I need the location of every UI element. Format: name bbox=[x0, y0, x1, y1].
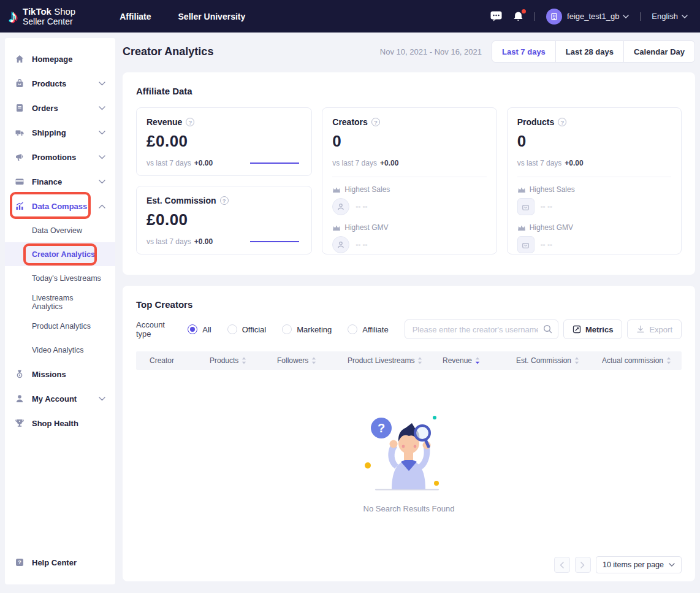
sidebar-subitem-livestreams-analytics[interactable]: Livestreams Analytics bbox=[5, 290, 115, 314]
prev-page-button[interactable] bbox=[554, 557, 570, 573]
sidebar-item-finance[interactable]: Finance bbox=[5, 169, 115, 194]
last-28-days-button[interactable]: Last 28 days bbox=[555, 40, 624, 63]
megaphone-icon bbox=[15, 152, 25, 162]
creators-delta: +0.00 bbox=[380, 159, 398, 167]
column-est-commission[interactable]: Est. Commission bbox=[503, 356, 588, 365]
est-commission-sparkline bbox=[250, 241, 299, 242]
card-icon bbox=[15, 177, 25, 186]
notification-dot bbox=[522, 9, 526, 13]
search-icon[interactable] bbox=[543, 324, 552, 336]
top-creators-title: Top Creators bbox=[136, 299, 682, 310]
column-creator: Creator bbox=[136, 356, 196, 365]
chevron-down-icon bbox=[682, 15, 688, 18]
account-type-radio-all[interactable]: All bbox=[188, 324, 211, 334]
sidebar-subitem-product-analytics[interactable]: Product Analytics bbox=[5, 314, 115, 338]
creators-table-header: Creator Products Followers Product Lives… bbox=[136, 351, 682, 370]
person-icon bbox=[337, 202, 345, 211]
tiktok-shop-logo[interactable]: ♪ TikTok Shop Seller Center bbox=[9, 6, 75, 26]
tiktok-note-icon: ♪ bbox=[9, 7, 18, 26]
creators-help-icon[interactable]: ? bbox=[371, 118, 380, 126]
chevron-left-icon bbox=[560, 562, 564, 568]
sidebar-subitem-creator-analytics[interactable]: Creator Analytics bbox=[5, 242, 115, 266]
affiliate-data-title: Affiliate Data bbox=[136, 86, 682, 96]
sidebar-item-data-compass[interactable]: Data Compass bbox=[5, 194, 115, 218]
account-menu[interactable]: feige_test1_gb bbox=[546, 9, 629, 25]
products-delta: +0.00 bbox=[565, 159, 583, 167]
est-commission-label: Est. Commission bbox=[146, 196, 216, 205]
creator-search-input[interactable] bbox=[405, 319, 558, 339]
sidebar-item-missions[interactable]: Missions bbox=[5, 362, 115, 386]
trophy-icon bbox=[15, 418, 25, 428]
sidebar-item-products[interactable]: Products bbox=[5, 71, 115, 96]
account-type-label: Account type bbox=[136, 320, 177, 339]
sidebar-item-shop-health[interactable]: Shop Health bbox=[5, 411, 115, 435]
creators-label: Creators bbox=[332, 117, 368, 127]
empty-state-text: No Search Results Found bbox=[363, 504, 455, 513]
crown-icon bbox=[517, 224, 526, 231]
revenue-delta: +0.00 bbox=[194, 159, 213, 167]
account-type-radio-marketing[interactable]: Marketing bbox=[282, 324, 332, 334]
items-per-page-dropdown[interactable]: 10 items per page bbox=[596, 556, 682, 573]
edit-icon bbox=[573, 325, 581, 334]
messages-icon[interactable] bbox=[490, 11, 502, 21]
metrics-button[interactable]: Metrics bbox=[563, 319, 623, 339]
next-page-button[interactable] bbox=[575, 557, 591, 573]
last-7-days-button[interactable]: Last 7 days bbox=[492, 40, 556, 63]
help-icon: ? bbox=[15, 557, 25, 567]
column-followers[interactable]: Followers bbox=[264, 356, 334, 365]
sidebar-item-promotions[interactable]: Promotions bbox=[5, 145, 115, 169]
revenue-card: Revenue? £0.00 vs last 7 days +0.00 bbox=[136, 107, 312, 176]
sidebar-subitem-data-overview[interactable]: Data Overview bbox=[5, 218, 115, 242]
bag-icon bbox=[522, 203, 530, 211]
document-icon bbox=[15, 103, 25, 113]
creators-card: Creators? 0 vs last 7 days +0.00 Highest… bbox=[322, 107, 496, 254]
column-actual-commission[interactable]: Actual commission bbox=[588, 356, 682, 365]
sort-icon-desc-active bbox=[475, 357, 480, 364]
calendar-day-button[interactable]: Calendar Day bbox=[623, 40, 695, 63]
user-avatar bbox=[546, 9, 562, 25]
chevron-down-icon bbox=[99, 82, 105, 86]
sort-icon bbox=[311, 357, 316, 364]
est-commission-help-icon[interactable]: ? bbox=[220, 196, 229, 205]
sort-icon bbox=[574, 357, 579, 364]
notifications-bell-icon[interactable] bbox=[513, 11, 523, 22]
sidebar-item-orders[interactable]: Orders bbox=[5, 96, 115, 120]
empty-illustration: ? bbox=[363, 410, 455, 495]
product-image-placeholder bbox=[517, 236, 535, 253]
nav-affiliate[interactable]: Affiliate bbox=[120, 12, 151, 21]
crown-icon bbox=[517, 186, 526, 193]
products-label: Products bbox=[517, 117, 555, 127]
column-revenue[interactable]: Revenue bbox=[429, 356, 503, 365]
topbar-divider bbox=[640, 12, 641, 21]
revenue-label: Revenue bbox=[146, 117, 182, 127]
person-icon bbox=[15, 394, 25, 404]
revenue-help-icon[interactable]: ? bbox=[186, 118, 194, 126]
topbar-divider bbox=[535, 12, 535, 21]
chevron-down-icon bbox=[99, 397, 105, 401]
sidebar-item-help-center[interactable]: ? Help Center bbox=[5, 550, 115, 575]
column-products[interactable]: Products bbox=[196, 356, 264, 365]
brand-shop: Shop bbox=[54, 6, 75, 17]
sidebar-item-shipping[interactable]: Shipping bbox=[5, 120, 115, 145]
sidebar-item-my-account[interactable]: My Account bbox=[5, 386, 115, 411]
account-type-radio-affiliate[interactable]: Affiliate bbox=[348, 324, 388, 334]
pagination: 10 items per page bbox=[136, 556, 682, 573]
chevron-right-icon bbox=[580, 562, 585, 568]
top-creators-panel: Top Creators Account type All Official M… bbox=[123, 286, 695, 581]
sidebar-subitem-video-analytics[interactable]: Video Analytics bbox=[5, 338, 115, 362]
language-selector[interactable]: English bbox=[652, 12, 688, 21]
sidebar-item-homepage[interactable]: Homepage bbox=[5, 47, 115, 71]
account-type-radio-official[interactable]: Official bbox=[227, 324, 267, 334]
column-product-livestreams[interactable]: Product Livestreams bbox=[334, 356, 429, 365]
topbar: ♪ TikTok Shop Seller Center Affiliate Se… bbox=[0, 0, 700, 33]
sidebar-subitem-todays-livestreams[interactable]: Today's Livestreams bbox=[5, 266, 115, 290]
nav-seller-university[interactable]: Seller University bbox=[178, 12, 246, 21]
person-icon bbox=[337, 240, 345, 249]
revenue-value: £0.00 bbox=[146, 132, 302, 151]
chevron-down-icon bbox=[669, 563, 675, 567]
chevron-down-icon bbox=[99, 180, 105, 184]
products-help-icon[interactable]: ? bbox=[558, 118, 566, 126]
medal-icon bbox=[15, 369, 25, 379]
export-button[interactable]: Export bbox=[627, 319, 682, 339]
page-title: Creator Analytics bbox=[123, 45, 213, 58]
